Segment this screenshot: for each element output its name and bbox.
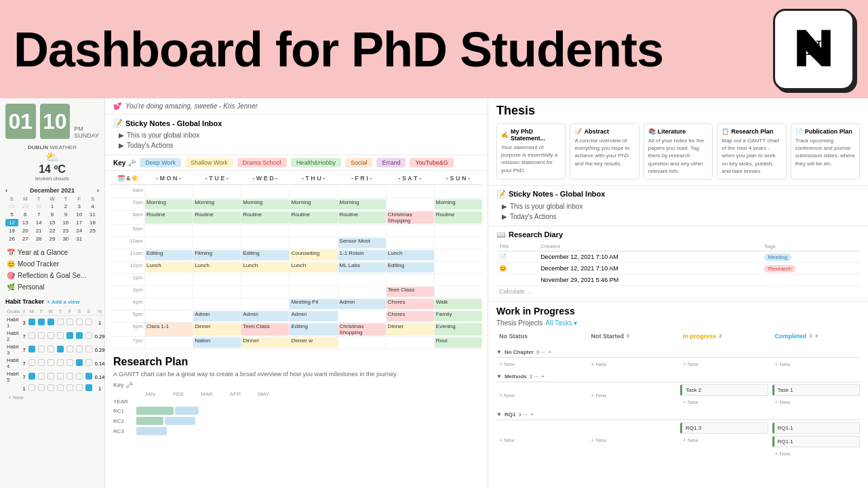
sticky-notes-title: 📝 Sticky Notes - Global Inbox [113, 119, 479, 127]
quote-icon: 💕 [113, 102, 121, 110]
table-row: Habit 37 0.29 [5, 343, 105, 357]
new-habit-button[interactable]: + New [5, 393, 99, 402]
research-diary-section: 📖 Research Diary Title Created Tags 📄 De… [488, 226, 868, 302]
arrow-icon-2: ▶ [119, 142, 124, 149]
thesis-projects-label: Thesis Projects [496, 319, 542, 327]
calculate-button[interactable]: Calculate ... [496, 286, 860, 297]
key-label: Key 🗝️ [113, 159, 136, 167]
tag-social[interactable]: Social [345, 158, 373, 167]
literature-desc: All of your notes for the papers you rea… [648, 137, 708, 175]
thesis-cards: ✍️ My PhD Statement... Your statement of… [496, 123, 860, 180]
cal-row-12pm: 12pm Lunch Lunch Lunch Lunch ML Labs Edi… [111, 262, 482, 274]
thesis-title: Thesis [496, 104, 860, 118]
calendar-icon: 📅 [7, 249, 15, 256]
new-in-progress-methods[interactable]: + New [680, 398, 768, 407]
not-started-label: Not Started [591, 333, 625, 340]
collapse-arrow-no-chapter[interactable]: ▼ [496, 349, 502, 355]
tag-health-hobby[interactable]: Health&Hobby [291, 158, 341, 167]
cal-row-7am: 7am Morning Morning Morning Morning Morn… [111, 199, 482, 211]
gantt-chart: JAN FEB MAR APR MAY YEAR RC1 [113, 391, 479, 437]
header: Dashboard for PhD Students N [0, 0, 868, 98]
tag-shallow-work[interactable]: Shallow Work [185, 158, 233, 167]
cal-header-tue: - T U E - [193, 174, 241, 183]
middle-section: 💕 You're doing amazing, sweetie - Kris J… [105, 98, 488, 488]
kanban-group-rq1: ▼ RQ1 3 ··· + + New + New RQ1.3 + New RQ… [496, 409, 860, 458]
table-row: Habit 13 1 [5, 316, 105, 330]
gantt-row-1: RC2 [113, 417, 479, 425]
kanban-card-task1[interactable]: Task 1 [772, 384, 861, 396]
no-status-label: No Status [499, 333, 528, 340]
kanban-board: No Status Not Started 0 In progress 2 [496, 331, 860, 344]
right-sticky-icon: 📝 [496, 190, 506, 199]
kanban-card-task2[interactable]: Task 2 [680, 384, 768, 396]
table-row: Habit 57 0.14 [5, 370, 105, 384]
kanban-card-rq1-1b[interactable]: RQ1.1 [772, 436, 861, 447]
goal-icon: 🎯 [7, 272, 15, 279]
gantt-row-year: YEAR [113, 399, 479, 405]
personal-icon: 🌿 [7, 283, 15, 291]
thesis-card-literature[interactable]: 📚 Literature All of your notes for the p… [644, 123, 713, 180]
thesis-card-publication-plan[interactable]: 📄 Publication Plan Track upcoming confer… [791, 123, 860, 180]
kanban-group-methods: ▼ Methods 2 ··· + + New + New Task 2 + N… [496, 371, 860, 407]
calendar-prev[interactable]: ‹ [5, 187, 7, 194]
cal-row-7pm: 7pm Nation Dinner Dinner w Rout [111, 337, 482, 349]
completed-label: Completed [775, 333, 807, 340]
page-title: Dashboard for PhD Students [14, 25, 663, 74]
kanban-card-rq1-1a[interactable]: RQ1.1 [772, 422, 861, 434]
tag-research[interactable]: Research [764, 265, 795, 272]
middle-sticky-notes: 📝 Sticky Notes - Global Inbox ▶ This is … [105, 115, 488, 155]
publication-plan-icon: 📄 [795, 128, 803, 135]
sidebar-item-personal[interactable]: 🌿 Personal [5, 281, 99, 293]
research-plan-section: Research Plan A GANTT chart can be a gre… [105, 352, 488, 441]
cal-row-6pm: 6pm Clara 1-1 Dinner Teen Class Editing … [111, 323, 482, 337]
new-no-status-rq1[interactable]: + New [496, 422, 585, 458]
cal-header-sun: - S U N - [434, 174, 482, 183]
new-completed-no-chapter[interactable]: + New [772, 360, 861, 369]
kanban-card-rq1-3[interactable]: RQ1.3 [680, 422, 768, 434]
diary-table: Title Created Tags 📄 December 12, 2021 7… [496, 242, 860, 286]
phd-statement-desc: Your statement of purpose is essentially… [501, 144, 561, 174]
collapse-arrow-methods[interactable]: ▼ [496, 373, 502, 380]
sidebar-item-year-glance[interactable]: 📅 Year at a Glance [5, 247, 99, 258]
thesis-card-abstract[interactable]: 📝 Abstract A concise overview of everyth… [570, 123, 639, 180]
tag-meeting[interactable]: Meeting [764, 253, 791, 261]
new-in-progress-rq1[interactable]: + New [680, 436, 768, 445]
thesis-card-research-plan[interactable]: 📋 Research Plan Map out a GANTT chart of… [717, 123, 786, 180]
arrow-icon: ▶ [119, 131, 124, 139]
right-section: Thesis ✍️ My PhD Statement... Your state… [488, 98, 868, 488]
sidebar-item-mood-tracker[interactable]: 😊 Mood Tracker [5, 258, 99, 270]
thesis-card-phd-statement[interactable]: ✍️ My PhD Statement... Your statement of… [496, 123, 566, 180]
tag-youtube[interactable]: YouTube&G [410, 158, 453, 167]
right-sticky-item-2: ▶ Today's Actions [496, 211, 860, 222]
tag-deep-work[interactable]: Deep Work [140, 158, 181, 167]
add-view-button[interactable]: + Add a view [47, 299, 79, 305]
cal-row-1pm: 1pm [111, 274, 482, 286]
research-plan-desc: A GANTT chart can be a great way to crea… [113, 371, 479, 378]
cal-header-thu: - T H U - [289, 174, 337, 183]
new-not-started-methods[interactable]: + New [589, 384, 677, 407]
notion-logo: N [773, 9, 854, 90]
new-not-started-no-chapter[interactable]: + New [589, 360, 677, 369]
weather-location: DUBLIN WEATHER [5, 144, 99, 150]
gantt-row-2: RC3 [113, 427, 479, 435]
new-not-started-rq1[interactable]: + New [589, 422, 677, 458]
new-completed-rq1[interactable]: + New [772, 449, 861, 458]
new-completed-methods[interactable]: + New [772, 398, 861, 407]
research-plan-icon: 📋 [722, 128, 729, 135]
sidebar-item-reflection[interactable]: 🎯 Reflection & Goal Se... [5, 270, 99, 281]
all-tasks-dropdown[interactable]: All Tasks ▾ [545, 319, 577, 327]
new-no-status-no-chapter[interactable]: + New [496, 360, 585, 369]
calendar-next[interactable]: › [97, 187, 99, 194]
collapse-arrow-rq1[interactable]: ▼ [496, 411, 502, 418]
new-no-status-methods[interactable]: + New [496, 384, 585, 407]
cal-row-4pm: 4pm Meeting Pit Admin Chores Walk [111, 298, 482, 310]
new-in-progress-no-chapter[interactable]: + New [680, 360, 768, 369]
tag-errand[interactable]: Errand [376, 158, 406, 167]
cal-row-2pm: 2pm Teen Class [111, 286, 482, 298]
table-row: Habit 47 0.14 [5, 357, 105, 370]
svg-text:N: N [806, 35, 821, 60]
phd-statement-icon: ✍️ [501, 131, 509, 138]
tag-drama-school[interactable]: Drama School [237, 158, 287, 167]
table-row: 😊 December 12, 2021 7:10 AM Research [496, 262, 860, 274]
habit-tracker: Habit Tracker + Add a view Goals # M T W… [5, 298, 99, 402]
